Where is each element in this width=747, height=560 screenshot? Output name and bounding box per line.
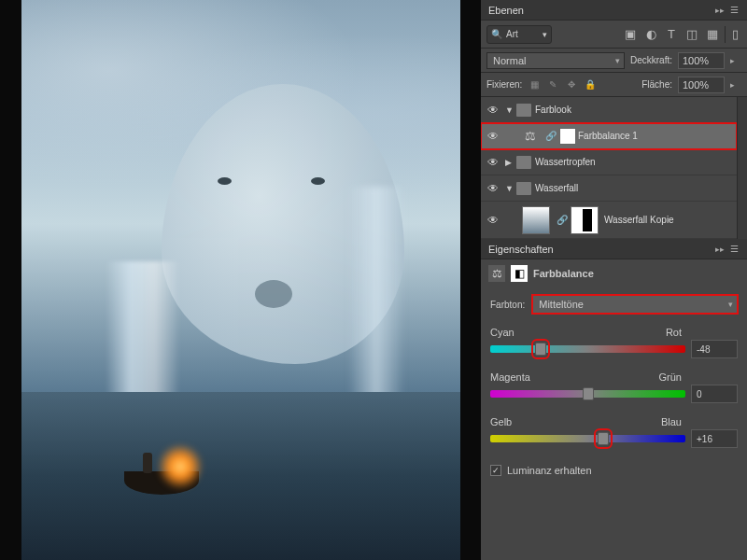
- filter-smart-icon[interactable]: ▦: [704, 26, 721, 43]
- properties-panel-title: Eigenschaften: [488, 244, 554, 255]
- panel-collapse-icon[interactable]: ▸▸: [715, 6, 726, 15]
- layer-name-label[interactable]: Farblook: [535, 105, 571, 115]
- panel-collapse-icon[interactable]: ▸▸: [715, 245, 726, 254]
- slider-left-label: Cyan: [490, 327, 514, 338]
- lock-fill-row: Fixieren: ▦ ✎ ✥ 🔒 Fläche: 100% ▸: [481, 73, 747, 97]
- mask-icon[interactable]: ◧: [511, 265, 528, 282]
- filter-label: Art: [506, 29, 518, 39]
- slider-knob[interactable]: [535, 343, 546, 356]
- slider-knob[interactable]: [583, 387, 594, 400]
- panel-menu-icon[interactable]: [730, 4, 743, 15]
- slider-cyan: CyanRot-48: [490, 327, 738, 358]
- layer-row-wassertropfen[interactable]: 👁▶Wassertropfen: [481, 149, 737, 175]
- slider-value-input[interactable]: -48: [691, 340, 738, 358]
- layer-name-label[interactable]: Wasserfall: [535, 183, 578, 193]
- opacity-label: Deckkraft:: [630, 55, 672, 65]
- opacity-flyout-icon[interactable]: ▸: [730, 56, 741, 65]
- properties-panel-header: Eigenschaften ▸▸: [481, 239, 747, 259]
- color-sliders: CyanRot-48MagentaGrün0GelbBlau+16: [490, 327, 738, 448]
- slider-left-label: Gelb: [490, 416, 512, 427]
- adjustment-title-row: ⚖ ◧ Farbbalance: [481, 259, 747, 287]
- filter-type-icon[interactable]: T: [663, 26, 680, 43]
- slider-value-input[interactable]: 0: [691, 385, 738, 403]
- slider-track[interactable]: [490, 435, 685, 442]
- panel-menu-icon[interactable]: [730, 243, 743, 254]
- lock-paint-icon[interactable]: ✎: [546, 78, 559, 91]
- adjustment-title: Farbbalance: [533, 268, 594, 279]
- tone-row: Farbton: Mitteltöne: [490, 295, 738, 314]
- layer-name-label[interactable]: Wasserfall Kopie: [604, 215, 674, 225]
- opacity-value: 100%: [683, 55, 709, 66]
- link-icon[interactable]: 🔗: [557, 215, 568, 225]
- properties-panel: ⚖ ◧ Farbbalance Farbton: Mitteltöne Cyan…: [481, 259, 747, 560]
- lock-label: Fixieren:: [486, 79, 522, 90]
- layer-row-wasserfall-kopie[interactable]: 👁🔗Wasserfall Kopie: [481, 202, 737, 239]
- disclosure-closed-icon[interactable]: ▶: [505, 158, 516, 167]
- slider-knob[interactable]: [598, 432, 609, 445]
- filter-adjust-icon[interactable]: ◐: [642, 26, 659, 43]
- tone-dropdown[interactable]: Mitteltöne: [532, 295, 738, 314]
- luminance-checkbox[interactable]: ✓: [490, 465, 501, 476]
- layer-filter-toolbar: 🔍 Art ▾ ▣ ◐ T ◫ ▦ ▯: [481, 21, 747, 49]
- right-panels: Ebenen ▸▸ 🔍 Art ▾ ▣ ◐ T ◫ ▦ ▯ Normal Dec…: [481, 0, 747, 560]
- fill-input[interactable]: 100%: [678, 77, 725, 93]
- lock-transparency-icon[interactable]: ▦: [528, 78, 541, 91]
- layer-name-label[interactable]: Farbbalance 1: [578, 131, 638, 141]
- layer-row-farbbalance-1[interactable]: 👁⚖🔗Farbbalance 1: [481, 123, 737, 149]
- search-icon: 🔍: [491, 29, 502, 39]
- link-icon[interactable]: 🔗: [545, 131, 557, 141]
- layer-row-wasserfall[interactable]: 👁▼Wasserfall: [481, 175, 737, 202]
- filter-shape-icon[interactable]: ◫: [684, 26, 700, 43]
- layers-panel-title: Ebenen: [488, 5, 524, 16]
- slider-right-label: Blau: [661, 416, 682, 427]
- chevron-down-icon: ▾: [543, 30, 547, 39]
- tone-label: Farbton:: [490, 300, 525, 310]
- layer-row-farblook[interactable]: 👁▼Farblook: [481, 97, 737, 123]
- filter-pixel-icon[interactable]: ▣: [622, 26, 639, 43]
- slider-track[interactable]: [490, 345, 685, 353]
- folder-icon: [516, 156, 531, 169]
- slider-gelb: GelbBlau+16: [490, 416, 738, 448]
- luminance-row[interactable]: ✓ Luminanz erhalten: [490, 465, 738, 476]
- blend-mode-dropdown[interactable]: Normal: [486, 52, 625, 69]
- layer-name-label[interactable]: Wassertropfen: [535, 157, 596, 167]
- folder-icon: [516, 182, 531, 195]
- tone-value: Mitteltöne: [539, 299, 584, 310]
- visibility-toggle-icon[interactable]: 👁: [485, 130, 501, 143]
- layer-list[interactable]: 👁▼Farblook👁⚖🔗Farbbalance 1👁▶Wassertropfe…: [481, 97, 737, 239]
- lock-position-icon[interactable]: ✥: [565, 78, 578, 91]
- artwork-image: [21, 0, 460, 560]
- slider-magenta: MagentaGrün0: [490, 371, 738, 403]
- layer-filter-type[interactable]: 🔍 Art ▾: [486, 25, 552, 44]
- layers-scrollbar[interactable]: [737, 97, 747, 239]
- layer-mask-thumb[interactable]: [559, 128, 576, 145]
- visibility-toggle-icon[interactable]: 👁: [485, 182, 501, 195]
- lock-all-icon[interactable]: 🔒: [584, 78, 597, 91]
- slider-value-input[interactable]: +16: [691, 429, 738, 448]
- visibility-toggle-icon[interactable]: 👁: [485, 214, 501, 227]
- fill-label: Fläche:: [641, 79, 672, 90]
- visibility-toggle-icon[interactable]: 👁: [485, 156, 501, 169]
- slider-right-label: Rot: [666, 327, 682, 338]
- disclosure-open-icon[interactable]: ▼: [505, 105, 516, 115]
- balance-icon: ⚖: [488, 265, 505, 282]
- layer-mask-thumb[interactable]: [571, 206, 599, 234]
- layers-panel-header: Ebenen ▸▸: [481, 0, 747, 21]
- slider-track[interactable]: [490, 390, 685, 398]
- opacity-input[interactable]: 100%: [678, 52, 725, 69]
- document-canvas[interactable]: [0, 0, 481, 560]
- filter-toggle-icon[interactable]: ▯: [725, 26, 741, 43]
- slider-left-label: Magenta: [490, 371, 530, 383]
- fill-value: 100%: [683, 79, 709, 91]
- balance-icon: ⚖: [522, 128, 539, 145]
- blend-mode-value: Normal: [493, 55, 526, 66]
- folder-icon: [516, 104, 531, 117]
- visibility-toggle-icon[interactable]: 👁: [485, 104, 501, 117]
- slider-right-label: Grün: [659, 371, 682, 383]
- layer-thumb[interactable]: [522, 206, 550, 234]
- blend-opacity-row: Normal Deckkraft: 100% ▸: [481, 49, 747, 73]
- disclosure-open-icon[interactable]: ▼: [505, 184, 516, 193]
- fill-flyout-icon[interactable]: ▸: [730, 80, 741, 90]
- luminance-label: Luminanz erhalten: [507, 465, 592, 476]
